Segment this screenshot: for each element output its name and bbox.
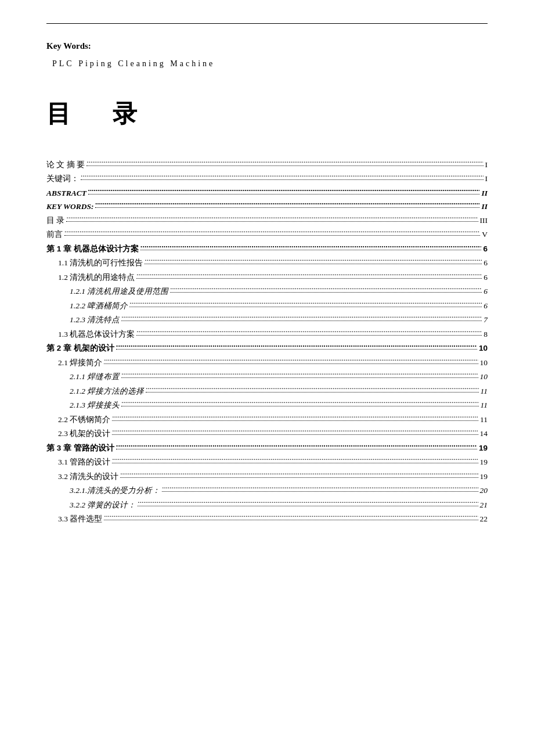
toc-dots (116, 441, 477, 449)
toc-dots (81, 172, 484, 181)
toc-dots (138, 498, 478, 506)
toc-item-page: 6 (484, 287, 488, 296)
toc-item-label: KEY WORDS: (46, 202, 93, 211)
toc-item-page: I (485, 174, 488, 183)
toc-item: 关键词：I (46, 174, 488, 185)
toc-item-page: 20 (480, 486, 488, 495)
toc-item: 2.1.2 焊接方法的选择11 (70, 386, 488, 397)
toc-dots (95, 200, 479, 208)
table-of-contents: 论 文 摘 要I关键词：IABSTRACTIIKEY WORDS:II目 录II… (46, 159, 488, 524)
toc-dots (136, 327, 482, 336)
toc-item-label: 2.3 机架的设计 (58, 429, 110, 439)
toc-item-page: 11 (480, 415, 488, 424)
toc-dots (120, 470, 478, 478)
toc-item-page: II (481, 189, 488, 198)
toc-item-page: 10 (480, 358, 488, 368)
toc-item: 3.1 管路的设计19 (58, 457, 488, 468)
keywords-content: PLC Piping Cleaning Machine (52, 59, 488, 69)
toc-item-page: 6 (483, 244, 488, 253)
toc-item-label: 1.2.2 啤酒桶简介 (70, 301, 128, 311)
toc-item-label: 2.1.3 焊接接头 (70, 400, 120, 411)
toc-item-label: 3.2 清洗头的设计 (58, 471, 118, 482)
toc-item-page: 21 (480, 501, 488, 510)
toc-dots (140, 242, 482, 250)
toc-item-page: II (481, 202, 488, 211)
toc-item-page: 14 (480, 429, 488, 438)
toc-item-page: 10 (479, 344, 488, 352)
toc-dots (129, 299, 482, 307)
toc-item: KEY WORDS:II (46, 201, 488, 212)
toc-item: 1.2.3 清洗特点7 (70, 315, 488, 326)
toc-item-label: 论 文 摘 要 (46, 160, 85, 170)
toc-heading: 目 录 (46, 98, 488, 130)
toc-item-label: 关键词： (46, 174, 79, 184)
toc-item-page: 19 (480, 472, 488, 481)
toc-dots (136, 271, 482, 279)
toc-item-label: 2.2 不锈钢简介 (58, 415, 110, 425)
toc-item-page: 19 (480, 458, 488, 467)
toc-dots (145, 257, 482, 265)
toc-dots (112, 413, 478, 421)
toc-item: ABSTRACTII (46, 188, 488, 198)
toc-item-label: 1.2.1 清洗机用途及使用范围 (70, 286, 168, 297)
toc-item-page: 6 (484, 273, 488, 282)
toc-item-label: 前言 (46, 229, 63, 240)
toc-item-label: 目 录 (46, 215, 64, 226)
toc-item-page: 11 (481, 387, 488, 396)
toc-dots (112, 427, 478, 435)
toc-item: 第 1 章 机器总体设计方案6 (46, 243, 488, 254)
toc-item-page: I (485, 160, 488, 170)
toc-item-label: 1.2.3 清洗特点 (70, 315, 120, 325)
toc-item: 论 文 摘 要I (46, 159, 488, 170)
toc-item-label: 3.2.1.清洗头的受力分析： (70, 485, 160, 496)
toc-item: 3.2.2 弹簧的设计：21 (70, 499, 488, 510)
toc-dots (121, 370, 478, 379)
toc-item: 1.3 机器总体设计方案8 (58, 329, 488, 340)
toc-item-label: 第 2 章 机架的设计 (46, 343, 114, 354)
toc-item-label: 1.2 清洗机的用途特点 (58, 272, 135, 283)
toc-item: 1.1 清洗机的可行性报告6 (58, 258, 488, 269)
toc-dots (162, 484, 478, 492)
toc-item-page: 6 (484, 301, 488, 311)
toc-item-page: 10 (480, 372, 488, 381)
toc-item: 2.2 不锈钢简介11 (58, 414, 488, 425)
toc-item-label: 2.1.2 焊接方法的选择 (70, 386, 144, 397)
toc-item: 3.3 器件选型22 (58, 514, 488, 525)
page: Key Words: PLC Piping Cleaning Machine 目… (0, 0, 534, 756)
toc-dots (116, 342, 477, 350)
keywords-title: Key Words: (46, 41, 488, 51)
toc-item: 2.1.1 焊缝布置10 (70, 372, 488, 383)
toc-item-label: 第 3 章 管路的设计 (46, 443, 114, 453)
toc-item: 3.2 清洗头的设计19 (58, 471, 488, 482)
keywords-section: Key Words: PLC Piping Cleaning Machine (46, 41, 488, 69)
toc-dots (88, 186, 479, 195)
toc-dots (121, 399, 478, 407)
toc-item: 第 2 章 机架的设计10 (46, 343, 488, 354)
toc-item-label: 第 1 章 机器总体设计方案 (46, 244, 139, 254)
toc-dots (121, 314, 482, 322)
toc-dots (64, 228, 480, 236)
toc-item: 2.3 机架的设计14 (58, 429, 488, 440)
toc-item-page: 11 (481, 401, 488, 410)
toc-item-page: 22 (480, 514, 488, 524)
toc-item: 第 3 章 管路的设计19 (46, 442, 488, 453)
toc-dots (170, 285, 482, 293)
toc-item-label: 2.1 焊接简介 (58, 358, 102, 368)
toc-dots (104, 513, 478, 521)
toc-item: 3.2.1.清洗头的受力分析：20 (70, 485, 488, 496)
toc-item: 1.2 清洗机的用途特点6 (58, 272, 488, 283)
toc-dots (66, 214, 478, 222)
toc-item-page: 19 (479, 444, 488, 452)
toc-item-label: 3.1 管路的设计 (58, 457, 110, 467)
toc-item-page: V (482, 230, 488, 239)
toc-dots (104, 356, 478, 364)
toc-item-page: 6 (484, 258, 488, 268)
toc-item: 1.2.1 清洗机用途及使用范围6 (70, 286, 488, 297)
toc-dots (112, 456, 478, 464)
toc-item: 1.2.2 啤酒桶简介6 (70, 300, 488, 311)
toc-item: 目 录III (46, 215, 488, 226)
toc-item-label: 3.3 器件选型 (58, 514, 102, 524)
toc-item: 2.1.3 焊接接头11 (70, 400, 488, 411)
toc-item-label: 2.1.1 焊缝布置 (70, 372, 120, 382)
toc-item: 前言V (46, 229, 488, 240)
